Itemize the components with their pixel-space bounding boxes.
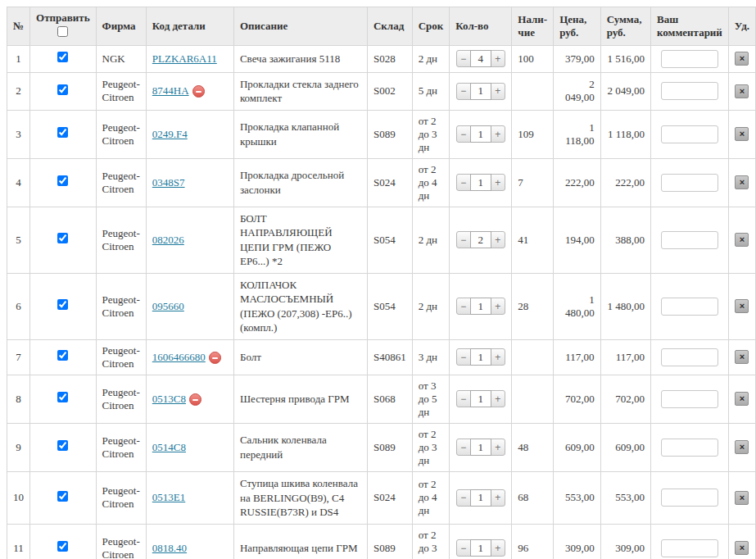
- delete-row-button[interactable]: ×: [735, 350, 749, 364]
- send-checkbox[interactable]: [57, 233, 68, 243]
- warehouse-cell: S024: [367, 471, 412, 524]
- part-code-link[interactable]: 0348S7: [152, 176, 185, 189]
- comment-input[interactable]: [661, 489, 718, 507]
- col-header-term: Срок: [412, 7, 450, 46]
- qty-decrease-button[interactable]: −: [456, 390, 471, 407]
- delete-row-button[interactable]: ×: [735, 233, 749, 247]
- qty-increase-button[interactable]: +: [491, 489, 505, 507]
- part-code-link[interactable]: 095660: [152, 300, 184, 312]
- code-cell: 0514C8: [146, 423, 233, 471]
- qty-decrease-button[interactable]: −: [456, 298, 471, 315]
- comment-input[interactable]: [661, 348, 718, 366]
- send-cell: [30, 110, 97, 158]
- qty-input[interactable]: [470, 390, 491, 407]
- delete-cell: ×: [728, 110, 755, 158]
- row-number: 2: [7, 72, 30, 110]
- delete-row-button[interactable]: ×: [735, 392, 749, 406]
- qty-input[interactable]: [470, 489, 491, 507]
- part-code-link[interactable]: 8744HA: [152, 84, 189, 97]
- part-code-link[interactable]: 082026: [152, 234, 184, 246]
- part-code-link[interactable]: 0513E1: [152, 491, 185, 503]
- description-cell: Сальник коленвала передний: [233, 423, 367, 471]
- send-checkbox[interactable]: [57, 491, 68, 502]
- part-code-link[interactable]: 0513C8: [152, 393, 186, 405]
- qty-input[interactable]: [470, 174, 491, 191]
- col-header-desc: Описание: [233, 7, 367, 46]
- qty-increase-button[interactable]: +: [491, 390, 505, 407]
- sum-cell: 222,00: [600, 158, 650, 207]
- qty-increase-button[interactable]: +: [491, 231, 505, 248]
- send-checkbox[interactable]: [57, 440, 68, 451]
- send-checkbox[interactable]: [57, 392, 68, 402]
- comment-input[interactable]: [661, 298, 718, 316]
- delete-row-button[interactable]: ×: [735, 541, 749, 555]
- qty-decrease-button[interactable]: −: [456, 348, 471, 366]
- qty-decrease-button[interactable]: −: [456, 489, 471, 507]
- sum-cell: 702,00: [600, 375, 650, 423]
- row-number: 3: [7, 110, 30, 158]
- select-all-checkbox[interactable]: [57, 26, 68, 37]
- qty-input[interactable]: [470, 125, 491, 143]
- send-checkbox[interactable]: [57, 175, 68, 186]
- code-cell: 0249.F4: [146, 110, 233, 158]
- term-cell: от 2 до 3 дн: [412, 110, 450, 158]
- part-code-link[interactable]: 0249.F4: [152, 128, 188, 140]
- qty-decrease-button[interactable]: −: [456, 83, 471, 100]
- delete-row-button[interactable]: ×: [735, 440, 749, 454]
- qty-increase-button[interactable]: +: [491, 125, 505, 143]
- qty-increase-button[interactable]: +: [491, 539, 505, 557]
- comment-input[interactable]: [661, 539, 718, 557]
- qty-decrease-button[interactable]: −: [456, 539, 471, 557]
- qty-input[interactable]: [470, 50, 491, 67]
- send-checkbox[interactable]: [57, 84, 68, 95]
- comment-input[interactable]: [661, 50, 718, 68]
- send-checkbox[interactable]: [57, 52, 68, 62]
- send-checkbox[interactable]: [57, 541, 68, 552]
- qty-input[interactable]: [470, 298, 491, 315]
- stock-cell: 7: [512, 158, 554, 207]
- table-row: 10 Peugeot-Citroen 0513E1 Ступица шкива …: [7, 471, 756, 524]
- comment-cell: [651, 72, 729, 110]
- qty-decrease-button[interactable]: −: [456, 174, 471, 191]
- comment-input[interactable]: [661, 439, 718, 457]
- qty-increase-button[interactable]: +: [491, 348, 505, 366]
- qty-decrease-button[interactable]: −: [456, 125, 471, 143]
- qty-input[interactable]: [470, 83, 491, 100]
- comment-input[interactable]: [661, 174, 718, 192]
- comment-input[interactable]: [661, 82, 718, 100]
- comment-input[interactable]: [661, 390, 718, 408]
- qty-increase-button[interactable]: +: [491, 298, 505, 315]
- comment-input[interactable]: [661, 231, 718, 249]
- qty-increase-button[interactable]: +: [491, 83, 505, 100]
- code-cell: 0513C8: [146, 375, 233, 423]
- qty-decrease-button[interactable]: −: [456, 50, 471, 67]
- qty-decrease-button[interactable]: −: [456, 439, 471, 456]
- qty-increase-button[interactable]: +: [491, 50, 505, 67]
- delete-row-button[interactable]: ×: [735, 52, 749, 66]
- qty-increase-button[interactable]: +: [491, 439, 505, 456]
- send-checkbox[interactable]: [57, 350, 68, 361]
- send-checkbox[interactable]: [57, 127, 68, 138]
- part-code-link[interactable]: 1606466680: [152, 351, 206, 363]
- comment-cell: [651, 45, 729, 72]
- delete-row-button[interactable]: ×: [735, 127, 749, 141]
- qty-increase-button[interactable]: +: [491, 174, 505, 191]
- delete-row-button[interactable]: ×: [735, 175, 749, 189]
- delete-row-button[interactable]: ×: [735, 84, 749, 98]
- qty-input[interactable]: [470, 439, 491, 456]
- part-code-link[interactable]: 0818.40: [152, 542, 187, 554]
- delete-cell: ×: [728, 72, 755, 110]
- part-code-link[interactable]: 0514C8: [152, 441, 186, 453]
- delete-row-button[interactable]: ×: [735, 491, 749, 505]
- comment-input[interactable]: [661, 125, 718, 143]
- qty-input[interactable]: [470, 539, 491, 557]
- send-cell: [30, 423, 97, 471]
- qty-input[interactable]: [470, 231, 491, 248]
- firm-cell: Peugeot-Citroen: [96, 524, 146, 559]
- qty-decrease-button[interactable]: −: [456, 231, 471, 248]
- send-checkbox[interactable]: [57, 299, 68, 310]
- qty-input[interactable]: [470, 348, 491, 366]
- table-row: 1 NGK PLZKAR6A11 Свеча зажигания 5118 S0…: [7, 45, 756, 72]
- delete-row-button[interactable]: ×: [735, 299, 749, 313]
- part-code-link[interactable]: PLZKAR6A11: [152, 52, 217, 65]
